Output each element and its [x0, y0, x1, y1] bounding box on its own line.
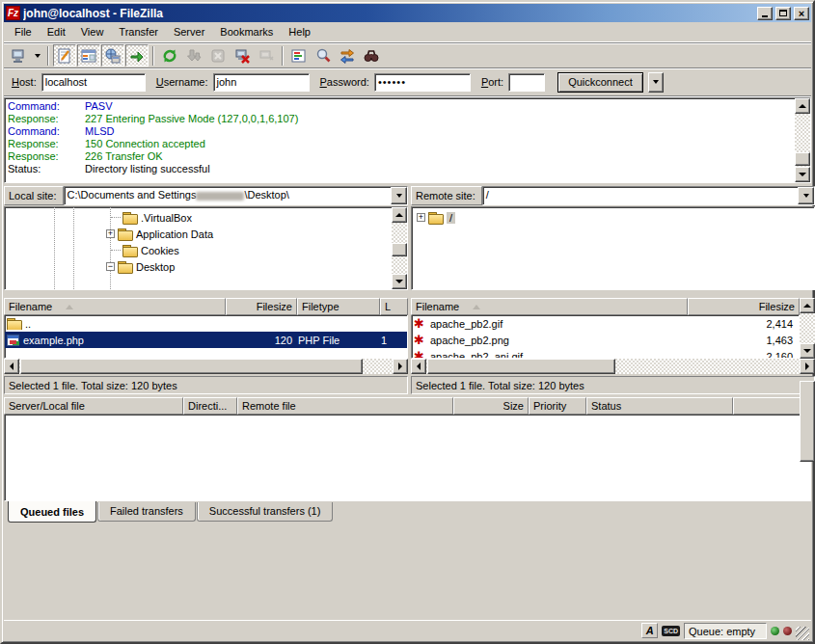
password-input[interactable]: ••••••: [374, 73, 471, 92]
file-row-parent-dir[interactable]: ..: [5, 315, 407, 332]
synchronized-browsing-button[interactable]: [336, 44, 359, 67]
cancel-operation-button[interactable]: [206, 44, 230, 67]
reconnect-button[interactable]: [255, 44, 278, 67]
remote-site-dropdown[interactable]: [798, 187, 814, 204]
toggle-queue-button[interactable]: [125, 44, 149, 67]
log-vertical-scrollbar[interactable]: [795, 98, 810, 182]
local-tree-vertical-scrollbar[interactable]: [392, 207, 407, 289]
column-header-filename[interactable]: Filename: [411, 298, 688, 315]
reconnect-icon: [258, 48, 274, 64]
remote-site-combo[interactable]: /: [482, 186, 815, 205]
tab-failed-transfers[interactable]: Failed transfers: [97, 502, 196, 522]
toggle-message-log-button[interactable]: [53, 44, 76, 67]
scrollbar-thumb[interactable]: [427, 359, 615, 374]
arrow-down-icon: [799, 173, 806, 176]
scroll-up-button[interactable]: [800, 298, 815, 313]
menu-transfer[interactable]: Transfer: [112, 23, 165, 40]
file-row[interactable]: ✱apache_pb2.gif2,414: [412, 315, 799, 332]
scroll-down-button[interactable]: [795, 167, 810, 182]
tab-queued-files[interactable]: Queued files: [8, 501, 96, 523]
tree-item-root[interactable]: + /: [412, 209, 814, 226]
scroll-right-button[interactable]: [393, 359, 408, 374]
column-header-filesize[interactable]: Filesize: [688, 298, 800, 315]
expand-plus-icon[interactable]: +: [106, 229, 115, 238]
tree-item-cookies[interactable]: Cookies: [5, 242, 392, 258]
title-bar[interactable]: Fz john@localhost - FileZilla ×: [4, 4, 811, 22]
file-row[interactable]: ✱apache_pb2.png1,463: [412, 332, 799, 348]
scrollbar-thumb[interactable]: [795, 152, 810, 166]
dropdown-arrow-icon: [35, 54, 41, 58]
file-row[interactable]: ✱apache_pb2_ani.gif2,160: [412, 348, 799, 358]
menu-file[interactable]: File: [8, 23, 39, 40]
menu-help[interactable]: Help: [282, 23, 317, 40]
local-site-dropdown[interactable]: [391, 187, 407, 204]
column-header-size[interactable]: Size: [453, 397, 529, 415]
queue-list-body[interactable]: [4, 415, 811, 501]
ascii-transfer-type-indicator[interactable]: A: [641, 623, 658, 638]
scroll-left-button[interactable]: [411, 359, 426, 374]
column-header-filetype[interactable]: Filetype: [297, 298, 380, 315]
toolbar-separator: [152, 46, 154, 66]
scrollbar-thumb[interactable]: [20, 359, 363, 374]
site-manager-dropdown[interactable]: [31, 44, 43, 67]
quickconnect-button[interactable]: Quickconnect: [557, 72, 643, 93]
scroll-down-button[interactable]: [392, 274, 407, 289]
remote-vertical-scrollbar[interactable]: [800, 298, 815, 359]
filter-button[interactable]: [287, 44, 311, 67]
arrow-right-icon: [398, 362, 402, 370]
scrollbar-thumb[interactable]: [800, 381, 815, 462]
queue-status-panel: Queue: empty: [684, 623, 767, 639]
menu-server[interactable]: Server: [167, 23, 211, 40]
resize-grip[interactable]: [796, 627, 809, 640]
menu-edit[interactable]: Edit: [41, 23, 72, 40]
column-header-status[interactable]: Status: [586, 397, 733, 415]
find-files-button[interactable]: [360, 44, 383, 67]
menu-view[interactable]: View: [74, 23, 111, 40]
log-line: Response:227 Entering Passive Mode (127,…: [8, 113, 795, 125]
maximize-icon: [779, 10, 787, 16]
process-queue-button[interactable]: [182, 44, 205, 67]
local-site-combo[interactable]: C:\Documents and Settings\Desktop\: [64, 186, 408, 205]
quickconnect-dropdown[interactable]: [648, 72, 664, 93]
username-input[interactable]: john: [213, 73, 310, 92]
host-input[interactable]: localhost: [41, 73, 146, 92]
remote-horizontal-scrollbar[interactable]: [411, 359, 815, 374]
scroll-up-button[interactable]: [392, 207, 407, 223]
collapse-minus-icon[interactable]: −: [106, 262, 115, 271]
toolbar: [4, 42, 811, 68]
port-input[interactable]: [508, 73, 545, 92]
tree-item-desktop[interactable]: −Desktop: [5, 258, 392, 275]
local-horizontal-scrollbar[interactable]: [4, 359, 408, 374]
scroll-up-button[interactable]: [795, 98, 810, 114]
tree-item-virtualbox[interactable]: .VirtualBox: [5, 209, 392, 226]
close-button[interactable]: ×: [794, 7, 809, 20]
column-header-modified[interactable]: L: [380, 298, 408, 315]
refresh-button[interactable]: [158, 44, 181, 67]
file-row-example-php[interactable]: example.php 120 PHP File 1: [5, 332, 407, 348]
arrow-down-icon: [395, 280, 403, 283]
column-header-remote-file[interactable]: Remote file: [237, 397, 453, 415]
tab-successful-transfers[interactable]: Successful transfers (1): [197, 502, 334, 522]
toggle-local-tree-button[interactable]: [77, 44, 100, 67]
tree-item-application-data[interactable]: +Application Data: [5, 226, 392, 242]
minimize-button[interactable]: [757, 7, 773, 20]
column-header-filesize[interactable]: Filesize: [226, 298, 297, 315]
scroll-left-button[interactable]: [4, 359, 19, 374]
column-header-server-local-file[interactable]: Server/Local file: [4, 397, 183, 415]
dropdown-arrow-icon: [396, 194, 402, 198]
site-manager-button[interactable]: [7, 44, 30, 67]
maximize-button[interactable]: [775, 7, 791, 20]
column-header-direction[interactable]: Directi...: [183, 397, 237, 415]
column-header-priority[interactable]: Priority: [529, 397, 586, 415]
column-header-filename[interactable]: Filename: [4, 298, 226, 315]
speed-limits-icon[interactable]: SCD: [662, 626, 680, 636]
scroll-right-button[interactable]: [800, 359, 815, 374]
menu-bookmarks[interactable]: Bookmarks: [213, 23, 280, 40]
toggle-remote-tree-button[interactable]: [101, 44, 124, 67]
scroll-down-button[interactable]: [800, 343, 815, 359]
directory-comparison-button[interactable]: [312, 44, 335, 67]
expand-plus-icon[interactable]: +: [417, 213, 425, 222]
disconnect-button[interactable]: [231, 44, 254, 67]
scrollbar-thumb[interactable]: [392, 243, 407, 256]
log-line: Status:Directory listing successful: [8, 163, 795, 175]
